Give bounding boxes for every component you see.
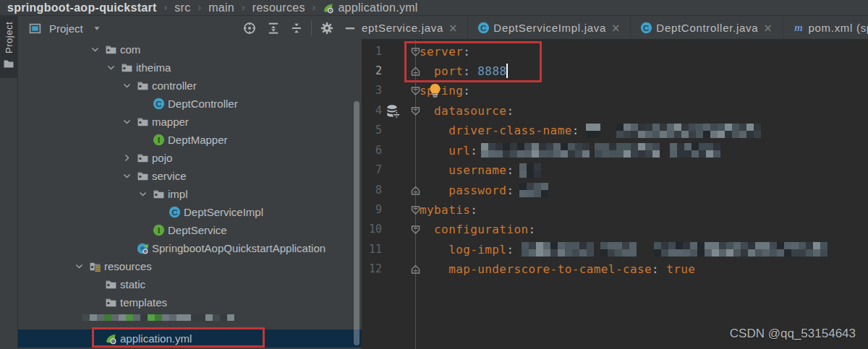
tree-item-label: DeptServiceImpl	[184, 206, 263, 218]
project-view-selector[interactable]: Project	[27, 16, 102, 40]
project-tree-scrollbar[interactable]	[354, 101, 359, 345]
editor-tab-deptcontroller.java[interactable]: CDeptController.java×	[631, 16, 783, 40]
yaml-key: log-impl	[448, 243, 506, 257]
yaml-colon: :	[529, 223, 536, 236]
tree-row-deptcontroller[interactable]: CDeptController	[18, 95, 362, 113]
breadcrumb-item[interactable]: springboot-aop-quickstart	[7, 1, 157, 14]
tree-row-redacted[interactable]	[18, 311, 362, 329]
locate-icon[interactable]	[243, 22, 256, 35]
yaml-colon: :	[506, 184, 514, 197]
fold-marker-start-icon[interactable]	[411, 86, 420, 96]
code-text: driver-class-name:	[420, 121, 579, 140]
chevron-down-icon[interactable]	[87, 40, 103, 59]
fold-marker-end-icon[interactable]	[411, 264, 420, 275]
breadcrumb-item[interactable]: main	[208, 1, 234, 14]
spring-yaml-icon	[323, 2, 334, 14]
yaml-key: map-underscore-to-camel-case	[448, 262, 652, 276]
editor-tab-deptserviceimpl.java[interactable]: CDeptServiceImpl.java×	[468, 16, 631, 40]
tree-row-com[interactable]: com	[18, 40, 362, 59]
tree-chevron-slot	[150, 203, 166, 221]
tree-row-deptserviceimpl[interactable]: CDeptServiceImpl	[18, 203, 362, 221]
close-icon[interactable]: ×	[763, 22, 773, 35]
folder-icon	[153, 188, 165, 200]
tree-row-controller[interactable]: controller	[18, 77, 362, 95]
close-icon[interactable]: ×	[448, 22, 458, 35]
tool-stripe-tab-project[interactable]: Project	[0, 16, 17, 78]
fold-marker-start-icon[interactable]	[411, 205, 420, 215]
tree-item-label: SpringbootAopQuickstartApplication	[152, 242, 326, 254]
breadcrumb-item[interactable]: src	[174, 1, 190, 14]
fold-marker-start-icon[interactable]	[411, 106, 420, 116]
tree-row-resources[interactable]: resources	[18, 257, 362, 275]
redacted-pixelation	[519, 163, 548, 178]
breadcrumb-item-label: springboot-aop-quickstart	[7, 1, 157, 14]
chevron-down-icon[interactable]	[135, 185, 150, 203]
tree-chevron-slot	[119, 239, 135, 257]
tree-row-templates[interactable]: templates	[18, 293, 362, 311]
fold-marker-start-icon[interactable]	[411, 225, 420, 235]
chevron-down-icon[interactable]	[119, 113, 135, 131]
breadcrumb-item[interactable]: application.yml	[323, 1, 417, 14]
code-line-7: 7 username:	[362, 160, 868, 180]
editor-tab-eptservice.java[interactable]: eptService.java×	[362, 16, 468, 40]
settings-icon[interactable]	[320, 22, 333, 35]
line-number: 9	[362, 200, 382, 220]
chevron-down-icon[interactable]	[119, 167, 135, 185]
tree-row-itheima[interactable]: itheima	[18, 59, 362, 77]
tree-row-springbootaopquickstartapplication[interactable]: SpringbootAopQuickstartApplication	[18, 239, 362, 257]
yaml-key: mybatis	[420, 203, 470, 217]
breadcrumb-item-label: src	[174, 1, 190, 14]
tree-row-service[interactable]: service	[18, 167, 362, 185]
redacted-pixelation	[670, 143, 723, 158]
tree-row-deptservice[interactable]: IDeptService	[18, 221, 362, 239]
tree-row-static[interactable]: static	[18, 275, 362, 293]
tool-stripe-project-label: Project	[4, 22, 14, 53]
line-number: 8	[362, 181, 382, 200]
editor-area: eptService.java×CDeptServiceImpl.java×CD…	[362, 16, 868, 349]
code-text: username:	[420, 160, 514, 180]
yaml-key: url	[448, 144, 470, 158]
database-add-icon[interactable]	[386, 104, 400, 119]
springboot-icon	[137, 242, 149, 254]
tree-item-label: static	[120, 278, 145, 290]
tree-item-label: pojo	[152, 152, 172, 164]
chevron-down-icon[interactable]	[119, 77, 135, 95]
editor-code-area[interactable]: 1server:2 port: 88883spring:4 datasource…	[362, 40, 868, 349]
interface-icon: I	[153, 224, 165, 236]
tree-item-label: service	[152, 170, 187, 182]
code-text: password:	[420, 181, 514, 200]
fold-marker-end-icon[interactable]	[411, 186, 420, 196]
chevron-right-icon[interactable]	[119, 149, 135, 167]
collapse-all-icon[interactable]	[290, 22, 303, 35]
tree-row-application.yml[interactable]: application.yml	[18, 329, 362, 348]
line-number: 2	[362, 61, 382, 81]
fold-marker-end-icon[interactable]	[411, 66, 420, 77]
chevron-down-icon[interactable]	[71, 257, 87, 275]
intention-lightbulb-icon[interactable]	[428, 83, 442, 100]
hide-icon[interactable]	[344, 22, 357, 35]
folder-icon	[137, 170, 149, 182]
tree-row-deptmapper[interactable]: IDeptMapper	[18, 131, 362, 149]
expand-all-icon[interactable]	[267, 22, 280, 35]
code-line-10: 10 configuration:	[362, 220, 868, 239]
breadcrumb-item[interactable]: resources	[252, 1, 305, 14]
yaml-colon: :	[470, 144, 477, 158]
tree-row-mapper[interactable]: mapper	[18, 113, 362, 131]
folder-icon	[121, 61, 133, 74]
redacted-pixelation	[600, 242, 637, 257]
line-number: 3	[362, 81, 382, 100]
maven-icon: m	[793, 22, 805, 34]
class-icon: C	[477, 22, 490, 34]
chevron-down-icon[interactable]	[103, 59, 119, 77]
close-icon[interactable]: ×	[611, 22, 621, 35]
fold-marker-start-icon[interactable]	[411, 47, 420, 57]
tree-row-pojo[interactable]: pojo	[18, 149, 362, 167]
editor-tab-pom.xml-spr[interactable]: mpom.xml (spr	[783, 16, 868, 40]
redacted-pixelation	[522, 242, 594, 257]
redacted-pixelation	[519, 183, 551, 197]
tree-row-impl[interactable]: impl	[18, 185, 362, 203]
yaml-key: datasource	[434, 104, 506, 118]
line-number: 11	[362, 240, 382, 259]
yaml-colon: :	[470, 203, 477, 217]
yaml-colon: :	[463, 45, 470, 59]
